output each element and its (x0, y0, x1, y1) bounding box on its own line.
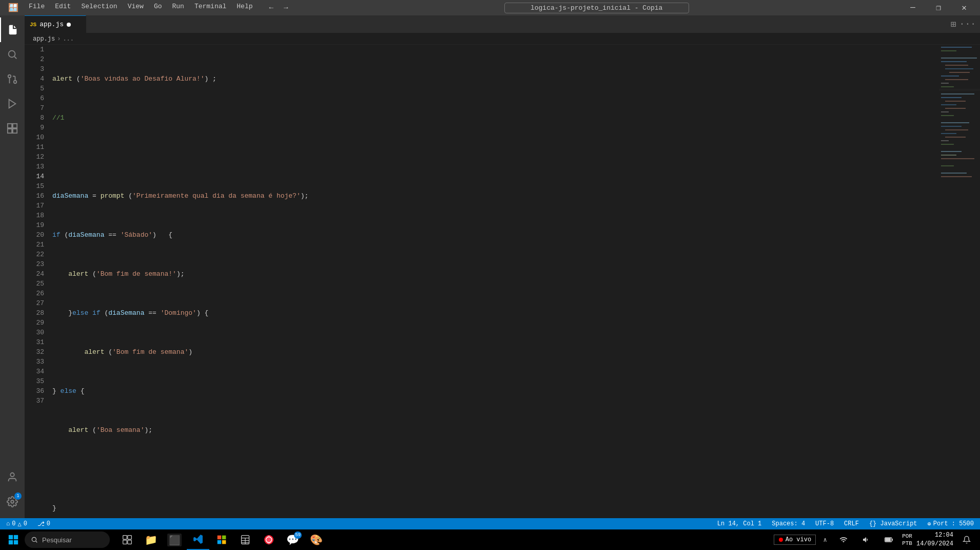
svg-marker-5 (9, 100, 16, 108)
activity-source-control[interactable] (0, 67, 25, 91)
search-bar[interactable]: logica-js-projeto_inicial - Copia (504, 3, 689, 13)
windows-logo[interactable]: 🪟 (4, 2, 23, 14)
taskbar-terminal[interactable]: ⬛ (163, 529, 186, 550)
code-line-11 (52, 464, 939, 474)
ln-22: 22 (33, 250, 44, 259)
svg-rect-21 (945, 79, 968, 80)
activity-run-debug[interactable] (0, 91, 25, 116)
cursor-pos-text: Ln 14, Col 1 (717, 520, 761, 527)
ln-34: 34 (33, 367, 44, 376)
line-ending[interactable]: CRLF (842, 518, 861, 529)
breadcrumb-symbol[interactable]: ... (63, 35, 74, 43)
language-indicator[interactable]: POR PTB (902, 533, 912, 547)
nav-buttons: ← → (265, 3, 292, 13)
code-editor[interactable]: 1 2 3 4 5 6 7 8 9 10 11 12 13 14 15 16 1… (25, 45, 980, 518)
menu-help[interactable]: Help (232, 2, 257, 14)
taskbar-task-view[interactable] (116, 529, 139, 550)
menu-edit[interactable]: Edit (51, 2, 75, 14)
battery-icon[interactable] (879, 530, 898, 549)
remote-indicator[interactable]: ⌂ 0 △ 0 (4, 518, 29, 529)
activity-files[interactable] (0, 17, 25, 42)
js-file-icon: JS (30, 22, 36, 28)
menu-run[interactable]: Run (168, 2, 188, 14)
taskbar-vscode[interactable] (187, 529, 209, 550)
restore-button[interactable]: ❐ (927, 0, 950, 15)
taskbar-windows-store[interactable] (210, 529, 233, 550)
svg-rect-34 (945, 129, 968, 130)
svg-rect-48 (14, 540, 18, 544)
ln-16: 16 (33, 191, 44, 201)
close-button[interactable]: ✕ (952, 0, 976, 15)
indentation[interactable]: Spaces: 4 (770, 518, 807, 529)
svg-rect-15 (941, 58, 977, 59)
minimize-button[interactable]: — (901, 0, 925, 15)
taskbar-search-box[interactable]: Pesquisar (25, 532, 110, 548)
taskbar-search-input[interactable]: Pesquisar (42, 536, 104, 544)
svg-rect-6 (8, 124, 12, 128)
ln-35: 35 (33, 376, 44, 386)
svg-point-2 (14, 81, 17, 84)
taskbar-whatsapp[interactable]: 💬 59 (281, 529, 304, 550)
menu-file[interactable]: File (25, 2, 49, 14)
nav-back[interactable]: ← (265, 3, 278, 13)
activity-settings[interactable]: 1 (0, 489, 25, 514)
port-indicator[interactable]: ⊕ Port : 5500 (926, 518, 976, 529)
split-editor-icon[interactable]: ⊞ (951, 18, 956, 30)
branch-indicator[interactable]: ⎇ 0 (35, 518, 52, 529)
nav-forward[interactable]: → (280, 3, 292, 13)
menu-go[interactable]: Go (150, 2, 166, 14)
tab-app-js[interactable]: JS app.js (25, 15, 86, 33)
svg-rect-43 (941, 173, 967, 174)
remote-icon: ⌂ (6, 520, 10, 527)
activity-extensions[interactable] (0, 116, 25, 141)
menu-terminal[interactable]: Terminal (190, 2, 230, 14)
code-line-8: alert ('Bom fim de semana') (52, 347, 939, 357)
taskbar-opera[interactable] (258, 529, 280, 550)
ln-28: 28 (33, 308, 44, 318)
network-icon[interactable] (834, 530, 853, 549)
taskbar-file-explorer[interactable]: 📁 (140, 529, 162, 550)
ao-vivo-indicator[interactable]: Ao vivo (774, 535, 816, 545)
ln-11: 11 (33, 142, 44, 152)
code-line-9: } else { (52, 386, 939, 396)
svg-rect-16 (941, 61, 967, 62)
tab-bar-right-icons: ⊞ ··· (951, 15, 980, 33)
start-button[interactable] (4, 530, 23, 549)
svg-line-1 (14, 56, 16, 59)
notification-icon[interactable] (957, 530, 976, 549)
taskbar-clock[interactable]: 12:04 14/09/2024 (916, 531, 953, 548)
ln-10: 10 (33, 132, 44, 142)
code-line-1: alert ('Boas vindas ao Desafio Alura!') … (52, 74, 939, 84)
svg-rect-18 (945, 68, 973, 69)
breadcrumb-sep: › (57, 35, 61, 43)
minimap (939, 45, 980, 518)
volume-icon[interactable] (857, 530, 875, 549)
activity-account[interactable] (0, 465, 25, 489)
encoding[interactable]: UTF-8 (813, 518, 836, 529)
code-content[interactable]: alert ('Boas vindas ao Desafio Alura!') … (50, 45, 939, 518)
settings-badge: 1 (14, 492, 22, 500)
breadcrumb-file[interactable]: app.js (33, 35, 55, 43)
svg-rect-27 (945, 101, 966, 102)
taskbar-paint[interactable]: 🎨 (305, 529, 327, 550)
menu-selection[interactable]: Selection (77, 2, 121, 14)
svg-rect-37 (941, 140, 949, 141)
ln-4: 4 (33, 74, 44, 84)
system-tray-expand[interactable]: ∧ (820, 530, 830, 549)
cursor-position[interactable]: Ln 14, Col 1 (715, 518, 763, 529)
ln-32: 32 (33, 347, 44, 357)
warning-icon: △ (17, 520, 21, 528)
more-actions-icon[interactable]: ··· (959, 19, 976, 29)
window-controls: — ❐ ✕ (901, 0, 976, 15)
ln-29: 29 (33, 318, 44, 328)
taskbar-calculator[interactable] (234, 529, 257, 550)
svg-rect-44 (941, 176, 972, 177)
activity-search[interactable] (0, 42, 25, 67)
svg-rect-32 (941, 122, 969, 123)
menu-view[interactable]: View (124, 2, 148, 14)
svg-point-0 (9, 51, 15, 58)
ln-20: 20 (33, 230, 44, 240)
svg-rect-70 (886, 538, 891, 542)
activity-bar: 1 (0, 15, 25, 518)
language-mode[interactable]: {} JavaScript (867, 518, 919, 529)
